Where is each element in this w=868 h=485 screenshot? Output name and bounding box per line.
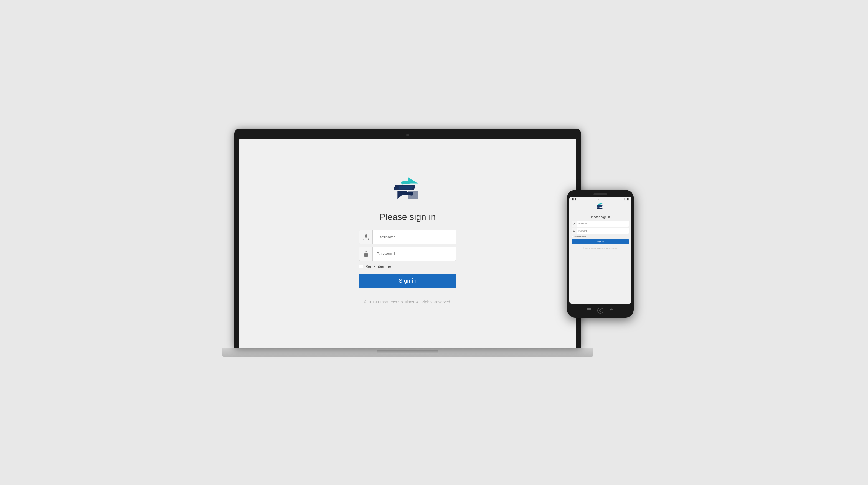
desktop-page-title: Please sign in (379, 212, 436, 222)
phone-signin-button[interactable]: Sign in (571, 239, 629, 244)
laptop-screen-outer: Please sign in (234, 129, 581, 348)
phone-back-icon (610, 307, 614, 312)
phone-username-input[interactable] (577, 221, 629, 226)
phone-password-group (571, 228, 629, 234)
desktop-signin-button[interactable]: Sign in (359, 274, 456, 288)
phone-remember-label: Remember me (574, 236, 586, 238)
desktop-remember-label: Remember me (365, 264, 391, 269)
svg-rect-11 (597, 207, 602, 209)
phone-username-group (571, 221, 629, 227)
svg-rect-16 (587, 310, 591, 311)
phone-remember-checkbox[interactable] (571, 236, 573, 237)
svg-point-7 (365, 234, 367, 237)
laptop-screen-inner: Please sign in (239, 139, 576, 348)
svg-rect-15 (587, 309, 591, 310)
phone-page-title: Please sign in (591, 215, 610, 218)
desktop-password-input[interactable] (373, 247, 456, 261)
desktop-password-group (359, 246, 456, 261)
phone-speaker (593, 193, 607, 195)
desktop-lock-icon (360, 247, 373, 261)
phone-logo (594, 201, 607, 214)
phone-battery: ▐▐▐▐ (624, 198, 629, 200)
desktop-remember-checkbox[interactable] (359, 265, 363, 268)
laptop-base (222, 348, 593, 357)
phone-home-button[interactable] (597, 307, 603, 314)
svg-point-12 (574, 223, 575, 224)
phone-device: ▐▐▐ 12:00 ▐▐▐▐ Please sign in (567, 190, 634, 317)
phone-bottom-bar (569, 306, 631, 314)
phone-remember-row: Remember me (571, 236, 629, 238)
svg-rect-5 (398, 186, 413, 189)
phone-screen: ▐▐▐ 12:00 ▐▐▐▐ Please sign in (569, 196, 631, 304)
desktop-copyright: © 2019 Ethos Tech Solutions. All Rights … (364, 299, 451, 305)
phone-menu-icon (587, 307, 591, 312)
desktop-login-container: Please sign in (245, 176, 570, 305)
laptop-camera (406, 134, 409, 137)
phone-signal: ▐▐▐ (571, 198, 576, 200)
desktop-logo (393, 176, 423, 206)
desktop-remember-row: Remember me (359, 264, 456, 269)
phone-copyright: © 2019 Ethos Tech Solutions. All Rights … (583, 247, 617, 249)
desktop-user-icon (360, 230, 373, 244)
svg-rect-8 (364, 253, 368, 256)
svg-rect-9 (598, 203, 602, 205)
desktop-username-input[interactable] (373, 230, 456, 244)
laptop-hinge (377, 350, 438, 354)
svg-rect-4 (401, 180, 413, 185)
desktop-username-group (359, 230, 456, 244)
phone-login-container: Please sign in (571, 201, 629, 249)
phone-status-bar: ▐▐▐ 12:00 ▐▐▐▐ (571, 198, 629, 200)
svg-point-17 (599, 309, 601, 311)
svg-rect-14 (587, 308, 591, 309)
svg-rect-13 (573, 231, 575, 232)
phone-lock-icon (572, 228, 577, 234)
svg-rect-10 (596, 205, 602, 207)
phone-user-icon (572, 221, 577, 226)
phone-time: 12:00 (597, 198, 602, 200)
laptop-device: Please sign in (234, 129, 581, 357)
phone-password-input[interactable] (577, 228, 629, 234)
